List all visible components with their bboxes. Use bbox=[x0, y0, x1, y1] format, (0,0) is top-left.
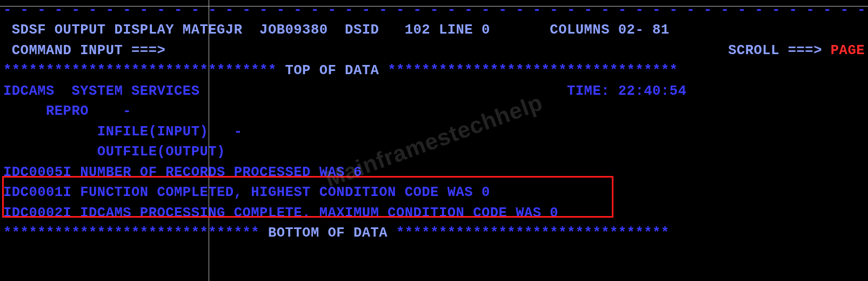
output-line-outfile: OUTFILE(OUTPUT) bbox=[0, 142, 868, 162]
star-left: ******************************** bbox=[3, 63, 277, 79]
scroll-label: SCROLL ===> bbox=[728, 43, 831, 58]
scroll-value[interactable]: PAGE bbox=[831, 43, 865, 58]
time-label: TIME: bbox=[567, 83, 618, 99]
output-line-idc0002i: IDC0002I IDCAMS PROCESSING COMPLETE. MAX… bbox=[0, 203, 868, 223]
top-of-data-line: ******************************** TOP OF … bbox=[0, 61, 868, 81]
separator-line: - - - - - - - - - - - - - - - - - - - - … bbox=[0, 0, 868, 20]
idcams-label: IDCAMS SYSTEM SERVICES bbox=[3, 83, 567, 99]
command-line[interactable]: COMMAND INPUT ===>SCROLL ===> PAGE bbox=[0, 41, 868, 61]
bottom-of-data-label: BOTTOM OF DATA bbox=[259, 225, 396, 241]
star-right-bottom: ******************************** bbox=[396, 225, 670, 241]
idcams-services-line: IDCAMS SYSTEM SERVICES TIME: 22:40:54 bbox=[0, 81, 868, 101]
star-right: ********************************** bbox=[388, 63, 678, 79]
output-line-infile: INFILE(INPUT) - bbox=[0, 122, 868, 142]
top-of-data-label: TOP OF DATA bbox=[277, 63, 388, 79]
output-line-idc0001i: IDC0001I FUNCTION COMPLETED, HIGHEST CON… bbox=[0, 182, 868, 202]
terminal-screen: - - - - - - - - - - - - - - - - - - - - … bbox=[0, 0, 868, 281]
star-left-bottom: ****************************** bbox=[3, 225, 259, 241]
bottom-of-data-line: ****************************** BOTTOM OF… bbox=[0, 223, 868, 243]
output-line-repro: REPRO - bbox=[0, 101, 868, 121]
command-input-label: COMMAND INPUT ===> bbox=[3, 43, 165, 58]
time-value: 22:40:54 bbox=[618, 83, 686, 99]
sdsf-header-line: SDSF OUTPUT DISPLAY MATEGJR JOB09380 DSI… bbox=[0, 20, 868, 40]
output-line-idc0005i: IDC0005I NUMBER OF RECORDS PROCESSED WAS… bbox=[0, 162, 868, 182]
